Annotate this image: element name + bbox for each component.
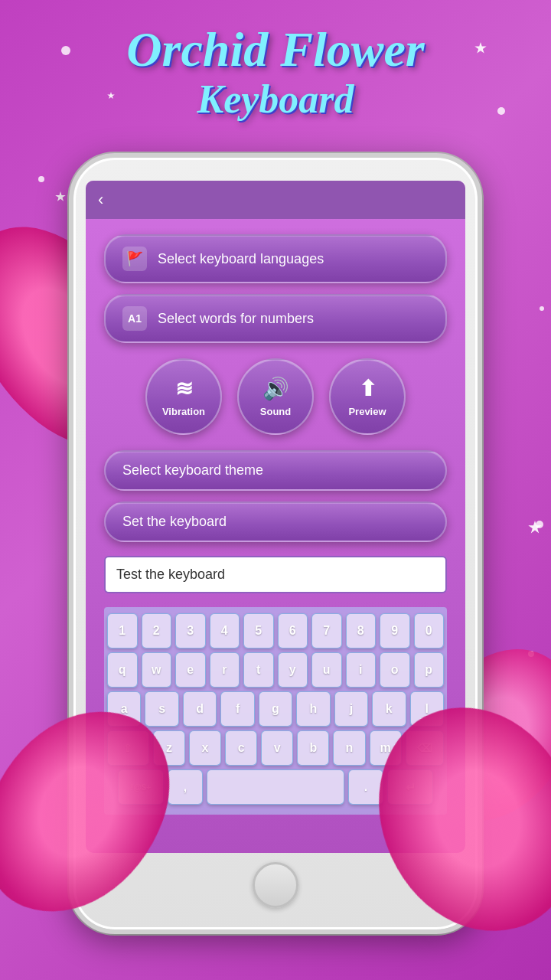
key-h[interactable]: h	[296, 691, 330, 727]
key-d[interactable]: d	[183, 691, 217, 727]
keyboard-row1: q w e r t y u i o p	[107, 652, 444, 688]
title-line1: Orchid Flower	[0, 23, 551, 77]
key-7[interactable]: 7	[311, 613, 342, 648]
select-words-numbers-button[interactable]: A1 Select words for numbers	[104, 294, 447, 343]
space-key[interactable]	[207, 769, 344, 805]
key-w[interactable]: w	[142, 652, 172, 688]
key-k[interactable]: k	[372, 691, 406, 727]
vibration-button[interactable]: ≋ Vibration	[145, 358, 222, 435]
key-e[interactable]: e	[175, 652, 206, 688]
title-line2: Keyboard	[0, 77, 551, 122]
key-0[interactable]: 0	[414, 613, 445, 648]
preview-icon: ⬆	[359, 376, 377, 401]
key-8[interactable]: 8	[346, 613, 377, 648]
key-2[interactable]: 2	[142, 613, 172, 648]
key-3[interactable]: 3	[175, 613, 206, 648]
sound-label: Sound	[260, 406, 291, 417]
vibration-label: Vibration	[162, 406, 205, 417]
screen-top-bar: ‹	[86, 181, 465, 219]
key-t[interactable]: t	[243, 652, 274, 688]
set-keyboard-label: Set the keyboard	[122, 514, 227, 530]
preview-label: Preview	[348, 406, 386, 417]
key-p[interactable]: p	[414, 652, 445, 688]
key-n[interactable]: n	[333, 730, 365, 766]
key-q[interactable]: q	[107, 652, 138, 688]
select-languages-label: Select keyboard languages	[158, 251, 324, 267]
select-theme-button[interactable]: Select keyboard theme	[104, 450, 447, 491]
key-comma[interactable]: ,	[168, 769, 203, 805]
back-icon[interactable]: ‹	[98, 190, 103, 210]
key-5[interactable]: 5	[243, 613, 274, 648]
key-j[interactable]: j	[334, 691, 368, 727]
key-c[interactable]: c	[225, 730, 257, 766]
select-words-numbers-label: Select words for numbers	[158, 311, 314, 327]
languages-icon: 🚩	[122, 247, 147, 271]
test-input-text: Test the keyboard	[116, 567, 225, 582]
key-y[interactable]: y	[278, 652, 308, 688]
keyboard-numbers-row: 1 2 3 4 5 6 7 8 9 0	[107, 613, 444, 648]
key-g[interactable]: g	[259, 691, 292, 727]
key-v[interactable]: v	[261, 730, 293, 766]
key-s[interactable]: s	[145, 691, 178, 727]
key-b[interactable]: b	[297, 730, 329, 766]
sound-icon: 🔊	[262, 376, 289, 401]
key-4[interactable]: 4	[210, 613, 240, 648]
keyboard-row2: a s d f g h j k l	[107, 691, 444, 727]
key-1[interactable]: 1	[107, 613, 138, 648]
key-r[interactable]: r	[210, 652, 240, 688]
select-theme-label: Select keyboard theme	[122, 462, 263, 479]
words-numbers-icon: A1	[122, 306, 147, 331]
key-6[interactable]: 6	[278, 613, 308, 648]
key-i[interactable]: i	[346, 652, 377, 688]
select-languages-button[interactable]: 🚩 Select keyboard languages	[104, 234, 447, 283]
vibration-icon: ≋	[175, 376, 193, 401]
test-keyboard-input[interactable]: Test the keyboard	[104, 556, 447, 593]
app-title-area: Orchid Flower Keyboard	[0, 23, 551, 122]
preview-button[interactable]: ⬆ Preview	[329, 358, 406, 435]
key-9[interactable]: 9	[380, 613, 410, 648]
key-f[interactable]: f	[220, 691, 254, 727]
phone-home-button[interactable]	[253, 862, 298, 908]
key-x[interactable]: x	[189, 730, 221, 766]
key-u[interactable]: u	[311, 652, 342, 688]
sound-button[interactable]: 🔊 Sound	[237, 358, 314, 435]
icon-buttons-row: ≋ Vibration 🔊 Sound ⬆ Preview	[104, 358, 447, 435]
key-o[interactable]: o	[380, 652, 410, 688]
set-keyboard-button[interactable]: Set the keyboard	[104, 501, 447, 542]
